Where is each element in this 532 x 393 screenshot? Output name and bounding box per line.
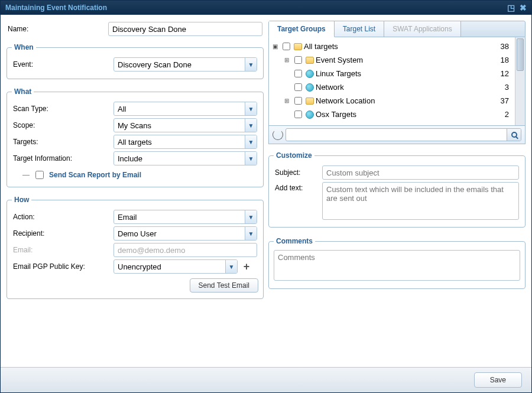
tree-search-field[interactable] <box>286 128 521 141</box>
tree-label: Event System <box>316 56 363 64</box>
tree-row[interactable]: Network3 <box>270 80 514 94</box>
customize-fieldset: Customize Subject: Add text: <box>268 151 525 228</box>
send-email-checkbox[interactable] <box>35 171 44 179</box>
tree-checkbox[interactable] <box>294 56 302 64</box>
when-fieldset: When Event: ▼ <box>7 43 264 79</box>
search-button[interactable] <box>507 129 521 141</box>
restore-icon[interactable]: ◳ <box>507 3 515 12</box>
what-legend: What <box>12 87 34 96</box>
title-bar-controls: ◳ ✖ <box>507 3 527 12</box>
expand-icon[interactable]: ⊞ <box>283 57 290 63</box>
subject-input[interactable] <box>322 165 519 180</box>
event-label: Event: <box>13 60 113 69</box>
folder-icon <box>306 57 314 64</box>
subject-label: Subject: <box>275 168 322 177</box>
scope-row: Scope: ▼ <box>12 117 258 134</box>
branch-line <box>22 175 30 176</box>
event-input[interactable] <box>114 59 245 70</box>
chevron-down-icon[interactable]: ▼ <box>245 119 257 132</box>
when-legend: When <box>12 43 36 51</box>
name-label: Name: <box>8 25 108 33</box>
how-legend: How <box>12 196 31 204</box>
target-info-combo[interactable]: ▼ <box>113 151 257 165</box>
target-info-row: Target Information: ▼ <box>12 150 258 167</box>
event-row: Event: ▼ <box>12 56 258 73</box>
tab-swat-applications: SWAT Applications <box>384 21 461 37</box>
action-combo[interactable]: ▼ <box>113 210 257 224</box>
collapse-icon[interactable]: ▣ <box>271 43 278 50</box>
tree-row[interactable]: ⊞Network Location37 <box>270 94 514 108</box>
send-test-email-button[interactable]: Send Test Email <box>190 278 259 293</box>
target-group-icon <box>306 83 314 92</box>
tree-body[interactable]: ▣All targets38⊞Event System18Linux Targe… <box>269 37 515 125</box>
email-input <box>113 243 257 257</box>
chevron-down-icon[interactable]: ▼ <box>245 102 257 115</box>
tree-row[interactable]: ⊞Event System18 <box>270 53 514 67</box>
expand-icon[interactable]: ⊞ <box>283 98 290 104</box>
bottom-bar: Save <box>1 367 531 392</box>
scan-type-combo[interactable]: ▼ <box>113 102 257 116</box>
tree-row[interactable]: ▣All targets38 <box>270 40 514 53</box>
comments-input[interactable] <box>274 250 520 281</box>
chevron-down-icon[interactable]: ▼ <box>225 260 237 273</box>
name-input[interactable] <box>108 22 262 36</box>
tree-label: Linux Targets <box>316 69 361 78</box>
pgp-combo[interactable]: ▼ <box>113 259 238 274</box>
scrollbar-thumb[interactable] <box>517 38 524 71</box>
chevron-down-icon[interactable]: ▼ <box>245 227 257 240</box>
tree-row[interactable]: Osx Targets2 <box>270 108 514 121</box>
close-icon[interactable]: ✖ <box>520 3 527 12</box>
recipient-label: Recipient: <box>13 229 113 238</box>
targets-row: Targets: ▼ <box>12 134 258 150</box>
search-icon <box>511 132 517 138</box>
tree-row[interactable]: Linux Targets12 <box>270 67 514 80</box>
comments-legend: Comments <box>274 237 315 245</box>
save-button[interactable]: Save <box>474 372 522 388</box>
add-pgp-key-button[interactable]: + <box>240 260 253 273</box>
tree-checkbox[interactable] <box>294 97 302 105</box>
scope-label: Scope: <box>13 121 113 129</box>
chevron-down-icon[interactable]: ▼ <box>245 135 257 148</box>
recipient-row: Recipient: ▼ <box>12 225 258 242</box>
tree-checkbox[interactable] <box>283 43 290 50</box>
tabs-panel: Target Groups Target List SWAT Applicati… <box>268 21 525 144</box>
tree-count: 38 <box>501 42 512 51</box>
tree-checkbox[interactable] <box>294 70 302 77</box>
how-fieldset: How Action: ▼ Recipient: ▼ Emai <box>7 196 264 299</box>
tree-count: 3 <box>505 83 512 92</box>
tree-count: 37 <box>501 96 512 105</box>
subject-row: Subject: <box>274 164 520 181</box>
addtext-label: Add text: <box>275 182 322 192</box>
title-bar: Maintaining Event Notification ◳ ✖ <box>1 1 531 15</box>
recipient-combo[interactable]: ▼ <box>113 226 257 241</box>
chevron-down-icon[interactable]: ▼ <box>245 210 257 223</box>
pgp-input[interactable] <box>114 261 225 272</box>
targets-combo[interactable]: ▼ <box>113 135 257 149</box>
right-column: Target Groups Target List SWAT Applicati… <box>268 21 525 361</box>
tree-label: Network <box>316 83 344 92</box>
tab-target-list[interactable]: Target List <box>335 21 384 37</box>
chevron-down-icon[interactable]: ▼ <box>245 152 257 165</box>
tree-checkbox[interactable] <box>294 83 302 91</box>
tab-target-groups[interactable]: Target Groups <box>269 21 335 37</box>
tree-checkbox[interactable] <box>294 111 302 118</box>
chevron-down-icon[interactable]: ▼ <box>245 58 257 71</box>
target-info-input[interactable] <box>114 153 245 164</box>
scope-input[interactable] <box>114 120 245 131</box>
scope-combo[interactable]: ▼ <box>113 118 257 132</box>
action-input[interactable] <box>114 212 245 223</box>
addtext-input[interactable] <box>322 182 519 220</box>
recipient-input[interactable] <box>114 228 245 239</box>
scan-type-input[interactable] <box>114 103 245 115</box>
event-combo[interactable]: ▼ <box>113 57 257 72</box>
tree-search-input[interactable] <box>286 129 507 141</box>
tree-search-row <box>268 126 525 144</box>
customize-legend: Customize <box>274 151 314 160</box>
refresh-icon[interactable] <box>273 129 283 140</box>
action-label: Action: <box>13 213 113 221</box>
targets-input[interactable] <box>114 137 245 148</box>
vertical-scrollbar[interactable] <box>515 37 525 125</box>
email-row: Email: <box>12 242 258 258</box>
action-row: Action: ▼ <box>12 209 258 225</box>
dialog-window: Maintaining Event Notification ◳ ✖ Name:… <box>0 0 532 393</box>
